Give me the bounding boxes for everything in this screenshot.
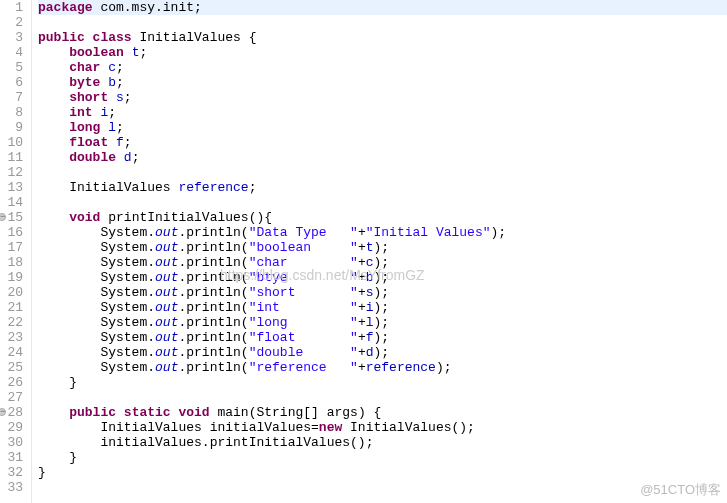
token-kw: boolean: [69, 45, 124, 60]
token-plain: +: [358, 240, 366, 255]
token-plain: +: [358, 270, 366, 285]
token-plain: [108, 90, 116, 105]
line-number: 29: [0, 420, 23, 435]
token-plain: +: [358, 255, 366, 270]
code-line[interactable]: package com.msy.init;: [38, 0, 727, 15]
token-fld: l: [366, 315, 374, 330]
line-number: 1: [0, 0, 23, 15]
token-plain: InitialValues();: [342, 420, 475, 435]
code-line[interactable]: [38, 195, 727, 210]
token-fld: d: [124, 150, 132, 165]
token-plain: ;: [249, 180, 257, 195]
token-plain: [38, 210, 69, 225]
code-line[interactable]: public class InitialValues {: [38, 30, 727, 45]
code-line[interactable]: System.out.println("char "+c);: [38, 255, 727, 270]
token-plain: System.: [38, 255, 155, 270]
line-number: 33: [0, 480, 23, 495]
code-editor[interactable]: 1234567891011121314151617181920212223242…: [0, 0, 727, 503]
token-plain: );: [374, 300, 390, 315]
line-number: 15: [0, 210, 23, 225]
code-line[interactable]: System.out.println("boolean "+t);: [38, 240, 727, 255]
token-kw: double: [69, 150, 116, 165]
token-plain: .println(: [178, 360, 248, 375]
line-number: 9: [0, 120, 23, 135]
token-plain: com.msy.init;: [93, 0, 202, 15]
token-fld: f: [116, 135, 124, 150]
token-plain: System.: [38, 360, 155, 375]
code-line[interactable]: initialValues.printInitialValues();: [38, 435, 727, 450]
code-line[interactable]: System.out.println("reference "+referenc…: [38, 360, 727, 375]
token-plain: .println(: [178, 330, 248, 345]
token-plain: [38, 105, 69, 120]
token-plain: }: [38, 375, 77, 390]
token-kw: float: [69, 135, 108, 150]
token-plain: +: [358, 225, 366, 240]
code-line[interactable]: }: [38, 375, 727, 390]
line-number: 17: [0, 240, 23, 255]
token-plain: initialValues.printInitialValues();: [38, 435, 373, 450]
code-line[interactable]: short s;: [38, 90, 727, 105]
fold-marker-icon[interactable]: [0, 408, 6, 416]
code-line[interactable]: InitialValues reference;: [38, 180, 727, 195]
token-stat: out: [155, 285, 178, 300]
token-plain: );: [374, 240, 390, 255]
code-line[interactable]: System.out.println("btye "+b);: [38, 270, 727, 285]
code-line[interactable]: double d;: [38, 150, 727, 165]
token-stat: out: [155, 360, 178, 375]
line-number: 23: [0, 330, 23, 345]
token-plain: ;: [132, 150, 140, 165]
code-line[interactable]: public static void main(String[] args) {: [38, 405, 727, 420]
code-line[interactable]: boolean t;: [38, 45, 727, 60]
code-line[interactable]: System.out.println("Data Type "+"Initial…: [38, 225, 727, 240]
code-line[interactable]: }: [38, 465, 727, 480]
code-line[interactable]: [38, 390, 727, 405]
code-line[interactable]: char c;: [38, 60, 727, 75]
token-plain: ;: [139, 45, 147, 60]
code-line[interactable]: void printInitialValues(){: [38, 210, 727, 225]
fold-marker-icon[interactable]: [0, 213, 6, 221]
code-line[interactable]: float f;: [38, 135, 727, 150]
code-line[interactable]: [38, 480, 727, 495]
token-plain: ;: [116, 60, 124, 75]
code-line[interactable]: long l;: [38, 120, 727, 135]
token-stat: out: [155, 270, 178, 285]
token-plain: [116, 150, 124, 165]
code-line[interactable]: byte b;: [38, 75, 727, 90]
token-plain: .println(: [178, 225, 248, 240]
code-line[interactable]: [38, 15, 727, 30]
token-plain: ;: [108, 105, 116, 120]
token-plain: .println(: [178, 270, 248, 285]
code-line[interactable]: System.out.println("int "+i);: [38, 300, 727, 315]
line-number: 6: [0, 75, 23, 90]
token-plain: );: [374, 315, 390, 330]
token-plain: [38, 45, 69, 60]
token-plain: [38, 405, 69, 420]
token-plain: +: [358, 360, 366, 375]
token-fld: s: [116, 90, 124, 105]
line-number: 32: [0, 465, 23, 480]
token-fld: c: [108, 60, 116, 75]
code-line[interactable]: System.out.println("long "+l);: [38, 315, 727, 330]
line-number: 21: [0, 300, 23, 315]
code-line[interactable]: System.out.println("short "+s);: [38, 285, 727, 300]
token-plain: InitialValues initialValues=: [38, 420, 319, 435]
token-plain: [38, 75, 69, 90]
token-stat: out: [155, 330, 178, 345]
token-plain: .println(: [178, 255, 248, 270]
token-plain: ;: [116, 75, 124, 90]
token-str: "double ": [249, 345, 358, 360]
code-area[interactable]: package com.msy.init;public class Initia…: [32, 0, 727, 503]
token-fld: t: [366, 240, 374, 255]
code-line[interactable]: System.out.println("float "+f);: [38, 330, 727, 345]
token-fld: b: [366, 270, 374, 285]
code-line[interactable]: [38, 165, 727, 180]
token-plain: [38, 135, 69, 150]
code-line[interactable]: InitialValues initialValues=new InitialV…: [38, 420, 727, 435]
code-line[interactable]: }: [38, 450, 727, 465]
code-line[interactable]: System.out.println("double "+d);: [38, 345, 727, 360]
token-plain: );: [374, 345, 390, 360]
line-number: 18: [0, 255, 23, 270]
code-line[interactable]: int i;: [38, 105, 727, 120]
token-plain: .println(: [178, 345, 248, 360]
token-plain: }: [38, 465, 46, 480]
